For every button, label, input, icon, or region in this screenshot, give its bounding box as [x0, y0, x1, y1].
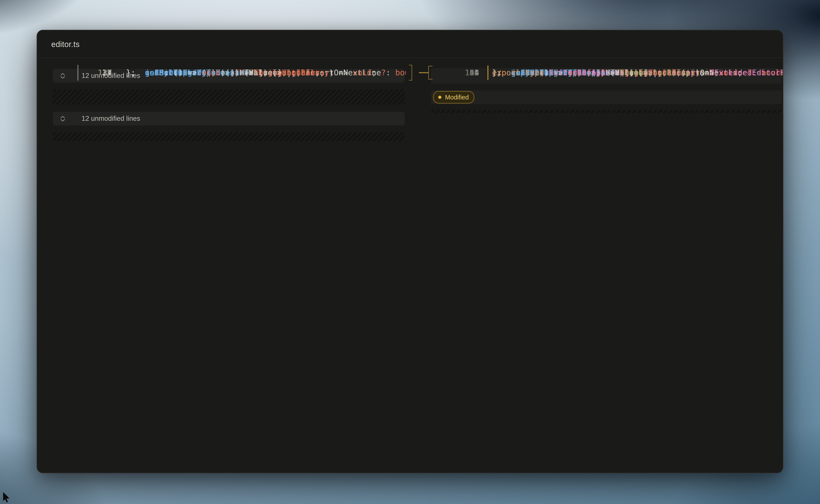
collapsed-lines-label: 12 unmodified lines [82, 114, 140, 122]
unfold-icon [60, 115, 66, 122]
line-highlight [487, 65, 489, 80]
line-number: 148 [458, 65, 479, 81]
line-number: 140 [82, 65, 112, 81]
cursor-arrow-icon [3, 492, 11, 504]
diff-connector-bracket [428, 66, 432, 79]
window-title: editor.ts [51, 39, 80, 48]
expand-collapsed-lines-button[interactable]: 12 unmodified lines [53, 112, 405, 125]
diff-filler-row [424, 108, 783, 115]
window-titlebar: editor.ts [37, 30, 783, 58]
hatch-pattern [431, 110, 782, 113]
modified-dot-icon [438, 96, 441, 99]
diff-new-pane[interactable]: 102export type EditorRefApi = {103 blur:… [424, 65, 783, 473]
changed-region-indicator [77, 65, 79, 81]
hatch-pattern [53, 89, 405, 105]
screen: editor.ts 96 paragraph: number;97 words:… [0, 0, 820, 504]
code-text: undo: () => void; [126, 65, 225, 81]
code-text: // editor props [492, 65, 563, 81]
code-text: }; [126, 65, 135, 81]
diff-region-bracket [409, 65, 412, 81]
modified-badge-label: Modified [445, 94, 469, 101]
diff-filler-row [37, 86, 406, 108]
modified-badge: Modified [433, 91, 475, 104]
modified-badge-row: Modified [424, 87, 783, 108]
mouse-cursor [3, 492, 11, 504]
desktop-background: editor.ts 96 paragraph: number;97 words:… [0, 0, 820, 504]
diff-old-pane[interactable]: 96 paragraph: number;97 words: number;98… [37, 65, 406, 473]
diff-content: 96 paragraph: number;97 words: number;98… [37, 57, 783, 473]
diff-filler-row [37, 129, 406, 144]
hatch-pattern [53, 132, 405, 141]
modified-badge-bar: Modified [431, 91, 782, 104]
unfold-icon [60, 72, 66, 79]
collapsed-lines-row: 12 unmodified lines [37, 108, 406, 129]
editor-window: editor.ts 96 paragraph: number;97 words:… [37, 30, 783, 473]
